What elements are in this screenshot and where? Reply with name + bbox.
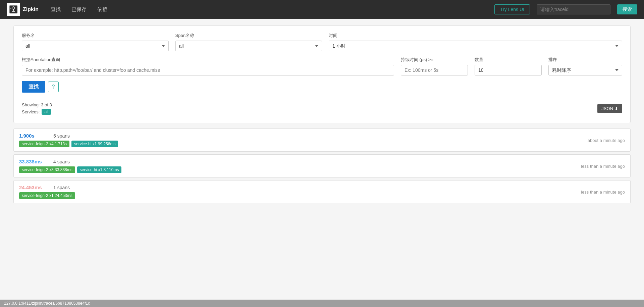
annotation-label: 根据Annotation查询: [22, 57, 394, 63]
btn-row: 查找 ?: [22, 81, 622, 93]
trace-spans-3: 1 spans: [53, 185, 70, 190]
trace-item[interactable]: 1.900s 5 spans service-feign-2 x4 1.713s…: [13, 129, 631, 152]
trace-duration-1: 1.900s: [19, 133, 49, 139]
time-group: 时间 1 小时: [329, 33, 622, 51]
trace-duration-3: 24.453ms: [19, 185, 49, 190]
results-header: Showing: 3 of 3 Services: all JSON ⬇: [22, 101, 622, 115]
span-name-group: Span名称 all: [175, 33, 322, 51]
trace-tag-1-1: service-hi x1 99.256ms: [71, 141, 118, 147]
help-icon: ?: [52, 84, 55, 90]
services-row: Services: all: [22, 109, 52, 115]
showing-text: Showing: 3 of 3: [22, 102, 52, 107]
logo-text: Zipkin: [23, 6, 39, 12]
form-row-2: 根据Annotation查询 持续时间 (μs) >= 数量 排序 耗时降序: [22, 57, 622, 75]
trace-tag-3-0: service-feign-2 x1 24.453ms: [19, 192, 75, 199]
search-panel: 服务名 all Span名称 all 时间 1 小时 根据Annot: [13, 25, 631, 123]
nav-deps[interactable]: 依赖: [95, 5, 109, 14]
results-info-block: Showing: 3 of 3 Services: all: [22, 102, 52, 115]
services-label: Services:: [22, 109, 40, 114]
trace-tags-3: service-feign-2 x1 24.453ms: [19, 192, 625, 199]
services-badge[interactable]: all: [42, 109, 51, 115]
span-name-select[interactable]: all: [175, 41, 322, 51]
try-lens-button[interactable]: Try Lens UI: [494, 4, 530, 14]
duration-label: 持续时间 (μs) >=: [401, 57, 468, 63]
help-button[interactable]: ?: [48, 82, 59, 92]
trace-time-3: less than a minute ago: [581, 189, 625, 194]
trace-duration-2: 33.838ms: [19, 159, 49, 164]
trace-item[interactable]: 24.453ms 1 spans service-feign-2 x1 24.4…: [13, 180, 631, 203]
service-name-group: 服务名 all: [22, 33, 169, 51]
time-label: 时间: [329, 33, 622, 39]
trace-item[interactable]: 33.838ms 4 spans service-feign-2 x3 33.8…: [13, 154, 631, 177]
trace-list: 1.900s 5 spans service-feign-2 x4 1.713s…: [13, 129, 631, 203]
traceid-input[interactable]: [537, 4, 610, 14]
trace-time-2: less than a minute ago: [581, 163, 625, 168]
logo: Zipkin: [7, 3, 39, 16]
trace-header-2: 33.838ms 4 spans: [19, 159, 625, 164]
count-group: 数量: [475, 57, 542, 75]
trace-time-1: about a minute ago: [588, 138, 625, 143]
json-download-icon: ⬇: [614, 106, 618, 111]
nav-find[interactable]: 查找: [49, 5, 63, 14]
span-name-label: Span名称: [175, 33, 322, 39]
logo-icon: [7, 3, 20, 16]
trace-tags-2: service-feign-2 x3 33.838ms service-hi x…: [19, 166, 625, 173]
sort-select[interactable]: 耗时降序: [548, 65, 622, 75]
trace-spans-1: 5 spans: [53, 133, 70, 139]
sort-label: 排序: [548, 57, 622, 63]
time-select[interactable]: 1 小时: [329, 41, 622, 51]
duration-input[interactable]: [401, 65, 468, 75]
trace-header-1: 1.900s 5 spans: [19, 133, 625, 139]
trace-tag-2-1: service-hi x1 8.110ms: [77, 166, 122, 173]
service-name-select[interactable]: all: [22, 41, 169, 51]
json-button[interactable]: JSON ⬇: [597, 104, 622, 113]
zipkin-logo-svg: [9, 5, 18, 14]
count-label: 数量: [475, 57, 542, 63]
annotation-group: 根据Annotation查询: [22, 57, 394, 75]
main-content: 服务名 all Span名称 all 时间 1 小时 根据Annot: [7, 25, 637, 203]
trace-tags-1: service-feign-2 x4 1.713s service-hi x1 …: [19, 141, 625, 147]
trace-tag-2-0: service-feign-2 x3 33.838ms: [19, 166, 75, 173]
annotation-input[interactable]: [22, 65, 394, 75]
traceid-search-button[interactable]: 搜索: [617, 4, 637, 14]
trace-tag-1-0: service-feign-2 x4 1.713s: [19, 141, 69, 147]
nav-saved[interactable]: 已保存: [69, 5, 89, 14]
find-button[interactable]: 查找: [22, 81, 45, 93]
divider-1: [22, 98, 622, 98]
json-label: JSON: [601, 106, 613, 111]
trace-header-3: 24.453ms 1 spans: [19, 185, 625, 190]
sort-group: 排序 耗时降序: [548, 57, 622, 75]
form-row-1: 服务名 all Span名称 all 时间 1 小时: [22, 33, 622, 51]
trace-spans-2: 4 spans: [53, 159, 70, 164]
duration-group: 持续时间 (μs) >=: [401, 57, 468, 75]
count-input[interactable]: [475, 65, 542, 75]
navbar: Zipkin 查找 已保存 依赖 Try Lens UI 搜索: [0, 0, 644, 19]
service-name-label: 服务名: [22, 33, 169, 39]
